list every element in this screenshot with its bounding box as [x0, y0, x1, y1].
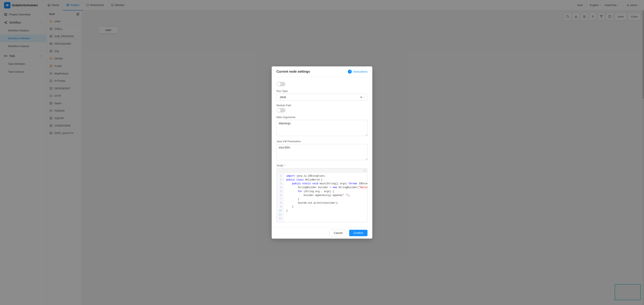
run-type-dropdown[interactable]: JAVA JAR: [279, 95, 363, 99]
main-arguments-input[interactable]: MainArgs: [276, 120, 368, 136]
info-circle-icon: ?: [348, 70, 352, 74]
main-arguments-section: Main Arguments MainArgs: [276, 116, 368, 136]
main-arguments-label: Main Arguments: [276, 116, 368, 119]
instructions-link[interactable]: ? Instructions: [348, 70, 368, 74]
chevron-down-icon: [363, 96, 365, 98]
run-type-select[interactable]: JAVA JAR: [276, 94, 368, 100]
code-editor-toolbar: ⛶: [277, 168, 367, 172]
code-editor: ⛶ 123456789101112 import java.io.IOExcep…: [276, 168, 368, 222]
module-path-label: Module Path: [276, 104, 368, 107]
modal-header: Current node settings ? Instructions: [272, 66, 372, 77]
modal-title: Current node settings: [276, 70, 310, 74]
java-vm-label: Java VM Parameters: [276, 140, 368, 143]
script-required: *: [284, 164, 285, 167]
modal-overlay[interactable]: Current node settings ? Instructions Run…: [0, 0, 644, 305]
cancel-button[interactable]: Cancel: [330, 230, 347, 236]
code-editor-body[interactable]: 123456789101112 import java.io.IOExcepti…: [277, 172, 367, 222]
code-content[interactable]: import java.io.IOException;public class …: [284, 172, 367, 222]
script-section: Script * ⛶ 123456789101112 import java.i…: [276, 164, 368, 224]
top-toggle-section: [276, 80, 368, 86]
fullscreen-button[interactable]: ⛶: [364, 169, 366, 172]
top-toggle[interactable]: [276, 82, 285, 86]
modal-body: Run Type JAVA JAR Module Path Main Argum…: [272, 77, 372, 227]
line-numbers: 123456789101112: [277, 172, 284, 222]
script-label: Script *: [276, 164, 368, 167]
modal: Current node settings ? Instructions Run…: [272, 66, 372, 238]
instructions-label: Instructions: [353, 70, 368, 73]
run-type-label: Run Type: [276, 90, 368, 92]
confirm-button[interactable]: Confirm: [349, 230, 368, 236]
run-type-section: Run Type JAVA JAR: [276, 90, 368, 100]
modal-footer: Cancel Confirm: [272, 227, 372, 238]
module-path-toggle[interactable]: [276, 108, 285, 112]
module-path-section: Module Path: [276, 104, 368, 112]
java-vm-section: Java VM Parameters xms:50m: [276, 140, 368, 161]
java-vm-input[interactable]: xms:50m: [276, 144, 368, 160]
